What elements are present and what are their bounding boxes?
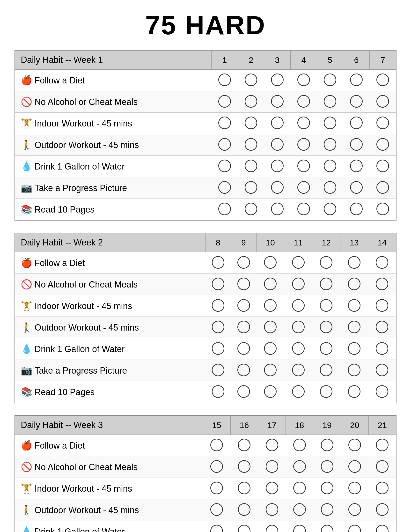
week-1-habit-5-day-1-cell[interactable]: [212, 156, 238, 177]
week-1-habit-7-day-3-cell[interactable]: [264, 199, 291, 220]
checkbox-circle[interactable]: [324, 138, 336, 151]
week-3-habit-4-day-17-cell[interactable]: [258, 499, 286, 521]
checkbox-circle[interactable]: [320, 278, 332, 290]
checkbox-circle[interactable]: [237, 256, 250, 269]
week-2-habit-5-day-14-cell[interactable]: [368, 338, 396, 360]
checkbox-circle[interactable]: [212, 299, 224, 312]
week-1-habit-6-day-5-cell[interactable]: [317, 177, 343, 199]
week-1-habit-4-day-1-cell[interactable]: [212, 134, 238, 156]
checkbox-circle[interactable]: [293, 439, 306, 451]
week-2-habit-3-day-8-cell[interactable]: [205, 295, 231, 317]
checkbox-circle[interactable]: [212, 385, 224, 398]
checkbox-circle[interactable]: [376, 95, 389, 108]
checkbox-circle[interactable]: [376, 181, 389, 194]
week-2-habit-5-day-10-cell[interactable]: [256, 338, 284, 360]
checkbox-circle[interactable]: [348, 321, 360, 333]
checkbox-circle[interactable]: [376, 138, 389, 151]
week-2-habit-7-day-13-cell[interactable]: [340, 381, 368, 403]
checkbox-circle[interactable]: [245, 181, 257, 194]
checkbox-circle[interactable]: [264, 299, 277, 312]
checkbox-circle[interactable]: [264, 342, 277, 355]
checkbox-circle[interactable]: [348, 439, 361, 451]
week-3-habit-3-day-17-cell[interactable]: [258, 478, 286, 499]
checkbox-circle[interactable]: [237, 364, 250, 376]
week-3-habit-2-day-16-cell[interactable]: [230, 456, 258, 478]
week-1-habit-2-day-3-cell[interactable]: [264, 91, 291, 113]
week-3-habit-5-day-20-cell[interactable]: [341, 521, 368, 532]
checkbox-circle[interactable]: [350, 95, 363, 108]
week-1-habit-1-day-4-cell[interactable]: [291, 70, 317, 91]
week-1-habit-6-day-3-cell[interactable]: [264, 177, 291, 199]
week-1-habit-1-day-7-cell[interactable]: [369, 70, 396, 91]
checkbox-circle[interactable]: [350, 181, 363, 194]
week-2-habit-6-day-12-cell[interactable]: [312, 360, 340, 381]
checkbox-circle[interactable]: [264, 256, 277, 269]
checkbox-circle[interactable]: [292, 278, 305, 290]
week-1-habit-6-day-6-cell[interactable]: [343, 177, 369, 199]
week-1-habit-6-day-2-cell[interactable]: [238, 177, 264, 199]
checkbox-circle[interactable]: [376, 321, 388, 333]
checkbox-circle[interactable]: [321, 503, 333, 516]
checkbox-circle[interactable]: [212, 256, 224, 269]
checkbox-circle[interactable]: [297, 160, 310, 172]
week-3-habit-2-day-21-cell[interactable]: [368, 456, 396, 478]
checkbox-circle[interactable]: [271, 181, 284, 194]
checkbox-circle[interactable]: [266, 439, 278, 451]
week-3-habit-4-day-19-cell[interactable]: [313, 499, 341, 521]
week-3-habit-5-day-16-cell[interactable]: [230, 521, 258, 532]
checkbox-circle[interactable]: [376, 342, 388, 355]
checkbox-circle[interactable]: [297, 181, 310, 194]
week-2-habit-5-day-9-cell[interactable]: [231, 338, 257, 360]
checkbox-circle[interactable]: [297, 116, 310, 129]
checkbox-circle[interactable]: [264, 385, 277, 398]
week-2-habit-2-day-14-cell[interactable]: [368, 274, 396, 295]
checkbox-circle[interactable]: [348, 342, 360, 355]
checkbox-circle[interactable]: [237, 385, 250, 398]
checkbox-circle[interactable]: [320, 364, 332, 376]
week-1-habit-3-day-4-cell[interactable]: [291, 113, 317, 134]
week-1-habit-3-day-5-cell[interactable]: [317, 113, 343, 134]
checkbox-circle[interactable]: [238, 460, 251, 473]
week-2-habit-1-day-13-cell[interactable]: [340, 252, 368, 274]
week-2-habit-1-day-8-cell[interactable]: [205, 252, 231, 274]
checkbox-circle[interactable]: [245, 116, 257, 129]
week-3-habit-4-day-20-cell[interactable]: [341, 499, 368, 521]
week-1-habit-1-day-5-cell[interactable]: [317, 70, 343, 91]
week-3-habit-4-day-21-cell[interactable]: [368, 499, 396, 521]
checkbox-circle[interactable]: [292, 321, 305, 333]
week-2-habit-5-day-13-cell[interactable]: [340, 338, 368, 360]
checkbox-circle[interactable]: [350, 74, 363, 86]
week-3-habit-3-day-20-cell[interactable]: [341, 478, 368, 499]
checkbox-circle[interactable]: [376, 278, 388, 290]
checkbox-circle[interactable]: [348, 256, 360, 269]
week-1-habit-2-day-6-cell[interactable]: [343, 91, 369, 113]
checkbox-circle[interactable]: [376, 385, 388, 398]
checkbox-circle[interactable]: [271, 116, 284, 129]
week-3-habit-1-day-19-cell[interactable]: [313, 435, 341, 456]
week-1-habit-4-day-4-cell[interactable]: [291, 134, 317, 156]
checkbox-circle[interactable]: [376, 503, 389, 516]
week-2-habit-3-day-10-cell[interactable]: [256, 295, 284, 317]
checkbox-circle[interactable]: [264, 278, 277, 290]
week-3-habit-3-day-15-cell[interactable]: [203, 478, 230, 499]
week-1-habit-7-day-4-cell[interactable]: [291, 199, 317, 220]
week-2-habit-7-day-9-cell[interactable]: [231, 381, 257, 403]
week-3-habit-1-day-16-cell[interactable]: [230, 435, 258, 456]
checkbox-circle[interactable]: [292, 385, 305, 398]
week-3-habit-5-day-21-cell[interactable]: [368, 521, 396, 532]
checkbox-circle[interactable]: [218, 160, 231, 172]
checkbox-circle[interactable]: [376, 203, 389, 215]
week-1-habit-2-day-1-cell[interactable]: [212, 91, 238, 113]
checkbox-circle[interactable]: [237, 299, 250, 312]
checkbox-circle[interactable]: [321, 482, 333, 494]
week-1-habit-6-day-7-cell[interactable]: [369, 177, 396, 199]
checkbox-circle[interactable]: [292, 342, 305, 355]
week-1-habit-2-day-5-cell[interactable]: [317, 91, 343, 113]
week-2-habit-1-day-12-cell[interactable]: [312, 252, 340, 274]
checkbox-circle[interactable]: [348, 299, 360, 312]
week-1-habit-1-day-6-cell[interactable]: [343, 70, 369, 91]
week-3-habit-2-day-19-cell[interactable]: [313, 456, 341, 478]
checkbox-circle[interactable]: [238, 439, 251, 451]
checkbox-circle[interactable]: [264, 321, 277, 333]
week-1-habit-3-day-7-cell[interactable]: [369, 113, 396, 134]
